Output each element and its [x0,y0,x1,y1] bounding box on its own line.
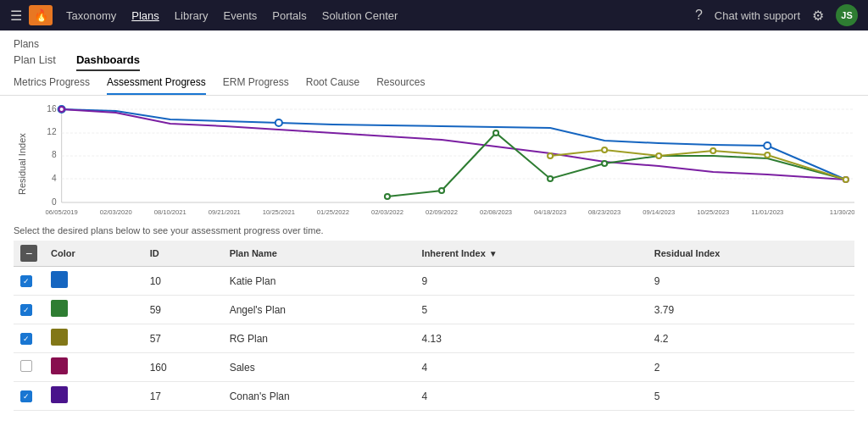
tab-dashboards[interactable]: Dashboards [76,53,140,71]
svg-text:02/03/2020: 02/03/2020 [100,208,132,216]
nav-portals[interactable]: Portals [272,9,306,22]
chart-inner: 0 4 8 12 16 06/05/2019 02/03/2020 08/10/… [27,102,854,225]
row-checkbox[interactable] [20,360,32,372]
row-residual-index: 5 [648,382,854,411]
row-inherent-index: 4 [415,382,648,411]
col-header-select: − [14,241,44,267]
row-checkbox[interactable]: ✓ [20,390,32,402]
sub-tab-metrics-progress[interactable]: Metrics Progress [14,76,90,95]
svg-point-29 [59,107,64,112]
color-swatch [51,386,68,403]
table-row: ✓17Conan's Plan45 [14,382,854,411]
svg-point-39 [710,148,715,153]
table-row: ✓10Katie Plan99 [14,267,854,296]
row-checkbox-cell: ✓ [14,267,44,296]
breadcrumb-area: Plans [0,30,868,53]
nav-taxonomy[interactable]: Taxonomy [66,9,116,22]
hamburger-icon[interactable]: ☰ [10,8,22,24]
svg-text:0: 0 [52,197,57,207]
row-checkbox-cell: ✓ [14,382,44,411]
plans-tabs: Plan List Dashboards [0,53,868,71]
svg-point-32 [439,188,444,193]
col-header-id: ID [143,241,223,267]
row-color-cell [44,324,143,353]
nav-library[interactable]: Library [175,9,209,22]
help-icon[interactable]: ? [695,8,703,23]
svg-point-34 [548,176,553,181]
nav-links: Taxonomy Plans Library Events Portals So… [66,9,682,22]
flame-icon: 🔥 [34,8,48,22]
svg-text:08/10/2021: 08/10/2021 [154,208,186,216]
row-checkbox[interactable]: ✓ [20,333,32,345]
row-color-cell [44,296,143,324]
settings-icon[interactable]: ⚙ [812,8,824,24]
svg-point-37 [602,147,607,152]
row-id: 17 [143,382,223,411]
color-swatch [51,300,68,317]
col-header-plan-name: Plan Name [223,241,415,267]
svg-text:4: 4 [52,174,57,183]
chart-svg: 0 4 8 12 16 06/05/2019 02/03/2020 08/10/… [27,102,854,225]
row-residual-index: 2 [648,353,854,382]
sub-tab-root-cause[interactable]: Root Cause [306,76,359,95]
row-checkbox[interactable]: ✓ [20,304,32,316]
svg-text:04/18/2023: 04/18/2023 [534,208,566,216]
color-swatch [51,329,68,346]
svg-text:01/25/2022: 01/25/2022 [317,208,349,216]
row-inherent-index: 4 [415,353,648,382]
row-plan-name: Angel's Plan [223,296,415,324]
color-swatch [51,271,68,288]
y-axis-label: Residual Index [14,102,27,225]
col-header-residual-index: Residual Index [648,241,854,267]
table-row: 160Sales42 [14,353,854,382]
svg-point-38 [656,153,661,158]
chart-container: Residual Index 0 4 8 12 16 06/05/2019 02… [0,96,868,225]
svg-text:10/25/2023: 10/25/2023 [697,208,729,216]
svg-text:09/21/2021: 09/21/2021 [209,208,241,216]
svg-point-35 [602,161,607,166]
col-header-color: Color [44,241,143,267]
svg-text:06/05/2019: 06/05/2019 [46,208,78,216]
table-row: ✓57RG Plan4.134.2 [14,324,854,353]
row-inherent-index: 5 [415,296,648,324]
sort-icon: ▼ [489,249,498,258]
svg-text:02/03/2022: 02/03/2022 [371,208,403,216]
sub-tab-erm-progress[interactable]: ERM Progress [223,76,289,95]
chat-support-link[interactable]: Chat with support [715,9,800,22]
user-avatar[interactable]: JS [836,4,858,26]
svg-point-36 [548,153,553,158]
row-id: 10 [143,267,223,296]
sub-tab-resources[interactable]: Resources [376,76,425,95]
nav-plans[interactable]: Plans [131,9,159,22]
svg-point-31 [385,194,390,199]
row-color-cell [44,267,143,296]
tab-plan-list[interactable]: Plan List [14,53,56,71]
svg-point-27 [275,119,282,126]
svg-text:02/09/2022: 02/09/2022 [426,208,458,216]
svg-text:11/30/2023: 11/30/2023 [830,208,854,216]
row-residual-index: 3.79 [648,296,854,324]
nav-events[interactable]: Events [224,9,258,22]
app-logo: 🔥 [29,5,53,25]
color-swatch [51,357,68,374]
svg-point-41 [843,177,849,182]
sub-tab-assessment-progress[interactable]: Assessment Progress [107,76,206,95]
row-id: 59 [143,296,223,324]
col-header-inherent-index[interactable]: Inherent Index ▼ [415,241,648,267]
svg-text:10/25/2021: 10/25/2021 [263,208,295,216]
table-hint: Select the desired plans below to see yo… [14,225,854,235]
row-checkbox-cell: ✓ [14,324,44,353]
chart-wrapper: Residual Index 0 4 8 12 16 06/05/2019 02… [14,102,854,225]
sub-tabs: Metrics Progress Assessment Progress ERM… [0,71,868,96]
top-nav: ☰ 🔥 Taxonomy Plans Library Events Portal… [0,0,868,30]
row-inherent-index: 9 [415,267,648,296]
svg-text:02/08/2023: 02/08/2023 [480,208,512,216]
table-row: ✓59Angel's Plan53.79 [14,296,854,324]
row-checkbox-cell: ✓ [14,296,44,324]
table-section: Select the desired plans below to see yo… [0,225,868,411]
nav-solution-center[interactable]: Solution Center [322,9,398,22]
deselect-all-button[interactable]: − [20,245,37,262]
row-checkbox[interactable]: ✓ [20,275,32,287]
data-table: − Color ID Plan Name Inherent Index ▼ Re… [14,241,854,411]
row-id: 160 [143,353,223,382]
